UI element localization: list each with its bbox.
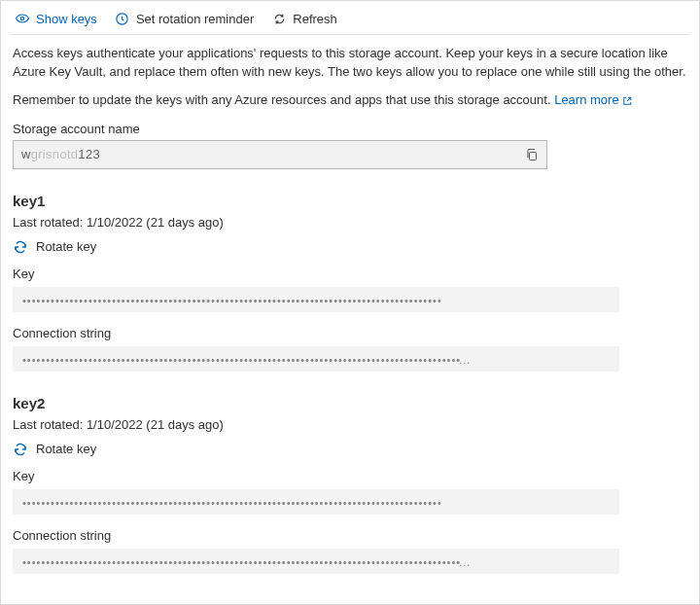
refresh-icon [271, 11, 287, 26]
key2-last-rotated: Last rotated: 1/10/2022 (21 days ago) [13, 417, 687, 432]
show-keys-button[interactable]: Show keys [15, 11, 97, 26]
key2-section: key2 Last rotated: 1/10/2022 (21 days ag… [11, 395, 689, 574]
key2-connection-string-value: ••••••••••••••••••••••••••••••••••••••••… [13, 549, 619, 574]
storage-account-name-label: Storage account name [13, 122, 687, 136]
clock-icon [115, 11, 130, 26]
key1-rotate-button[interactable]: Rotate key [13, 239, 687, 255]
key2-rotate-button[interactable]: Rotate key [13, 442, 687, 457]
key1-title: key1 [13, 193, 687, 209]
key1-connection-string-label: Connection string [13, 326, 687, 340]
copy-button[interactable] [523, 146, 541, 163]
access-keys-panel: Show keys Set rotation reminder Refresh … [0, 0, 700, 605]
set-rotation-reminder-button[interactable]: Set rotation reminder [115, 11, 254, 26]
key1-key-value: ••••••••••••••••••••••••••••••••••••••••… [13, 287, 619, 312]
rotate-icon [13, 239, 28, 255]
key2-key-label: Key [13, 469, 687, 483]
toolbar: Show keys Set rotation reminder Refresh [11, 1, 689, 35]
eye-icon [15, 11, 30, 26]
show-keys-label: Show keys [36, 12, 97, 26]
set-rotation-reminder-label: Set rotation reminder [136, 12, 254, 26]
external-link-icon [622, 93, 633, 112]
key1-key-label: Key [13, 267, 687, 281]
rotate-icon [13, 442, 28, 457]
key1-last-rotated: Last rotated: 1/10/2022 (21 days ago) [13, 215, 687, 230]
key2-title: key2 [13, 395, 687, 411]
description-text-2: Remember to update the keys with any Azu… [13, 91, 687, 112]
refresh-label: Refresh [293, 12, 337, 26]
learn-more-link[interactable]: Learn more [554, 92, 632, 107]
key2-key-value: ••••••••••••••••••••••••••••••••••••••••… [13, 489, 619, 515]
svg-rect-2 [530, 152, 537, 160]
key1-connection-string-value: ••••••••••••••••••••••••••••••••••••••••… [13, 346, 619, 372]
svg-point-0 [20, 17, 23, 19]
description-text-2-prefix: Remember to update the keys with any Azu… [13, 92, 554, 107]
key1-rotate-label: Rotate key [36, 239, 96, 254]
storage-account-name-field: wgrisnotd123 [13, 140, 547, 169]
description-text-1: Access keys authenticate your applicatio… [13, 45, 687, 82]
key1-section: key1 Last rotated: 1/10/2022 (21 days ag… [11, 193, 689, 372]
refresh-button[interactable]: Refresh [271, 11, 337, 26]
key2-connection-string-label: Connection string [13, 528, 687, 543]
key2-rotate-label: Rotate key [36, 442, 96, 456]
storage-account-name-value: wgrisnotd123 [21, 147, 523, 161]
